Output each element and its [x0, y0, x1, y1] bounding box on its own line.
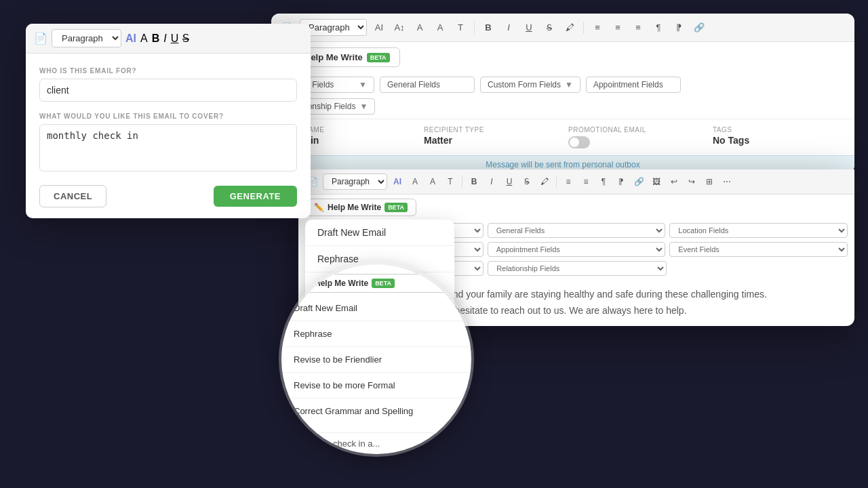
fg-ai-icon[interactable]: AI — [390, 174, 405, 189]
fg-link-icon[interactable]: 🔗 — [631, 174, 646, 189]
hmw-form: WHO IS THIS EMAIL FOR? WHAT WOULD YOU LI… — [26, 54, 311, 218]
fg-undo-icon[interactable]: ↩ — [667, 174, 682, 189]
circle-bottom-text: wanted to check in a... — [281, 432, 471, 454]
fg-redo-icon[interactable]: ↪ — [684, 174, 699, 189]
circle-item-rephrase[interactable]: Rephrase — [281, 321, 471, 347]
fg-underline-icon[interactable]: U — [502, 174, 517, 189]
italic-icon[interactable]: I — [500, 20, 517, 36]
bold-icon[interactable]: B — [480, 20, 496, 36]
ai-text-icon[interactable]: AI — [371, 20, 387, 36]
unordered-list-icon[interactable]: ⁋ — [671, 20, 687, 36]
generate-button[interactable]: GENERATE — [214, 186, 297, 207]
hmw-buttons: CANCEL GENERATE — [39, 185, 297, 207]
bg-highlight-icon[interactable]: 🖍 — [561, 20, 578, 36]
underline-icon[interactable]: U — [521, 20, 537, 36]
help-me-write-dialog: 📄 Paragraph AI A B I U S̶ WHO IS THIS EM… — [26, 24, 311, 218]
bg-info-row: EMAIL NAME Check in RECIPIENT TYPE Matte… — [271, 119, 854, 155]
background-editor: 📄 Paragraph AI A↕ A A T B I U S̶ 🖍 ≡ ≡ ≡… — [271, 14, 854, 174]
dropdown-item-draft[interactable]: Draft New Email — [305, 220, 454, 246]
clear-format-icon[interactable]: T — [452, 20, 469, 36]
hmw-ai-icon[interactable]: AI — [125, 33, 136, 45]
circle-beta-badge: BETA — [372, 279, 395, 288]
bg-fields-row: Matter Fields ▼ General Fields Custom Fo… — [271, 73, 854, 97]
who-label: WHO IS THIS EMAIL FOR? — [39, 67, 297, 75]
fg-font-color-icon[interactable]: A — [408, 174, 422, 189]
cover-textarea[interactable]: monthly check in — [39, 124, 297, 171]
hmw-underline-icon[interactable]: U — [171, 33, 179, 45]
hmw-strike-icon[interactable]: S̶ — [182, 32, 189, 45]
custom-form-fields-dropdown[interactable]: Custom Form Fields ▼ — [480, 77, 580, 93]
fg-bg-highlight-icon[interactable]: 🖍 — [537, 174, 552, 189]
fg-more-icon[interactable]: ⋯ — [719, 174, 734, 189]
circle-magnifier: ✏️ Help Me Write BETA Draft New Email Re… — [281, 264, 471, 454]
promo-toggle[interactable] — [568, 136, 590, 148]
circle-item-friendlier[interactable]: Revise to be Friendlier — [281, 347, 471, 373]
bg-help-me-write-label: Help Me Write — [304, 52, 363, 62]
circle-inner: ✏️ Help Me Write BETA Draft New Email Re… — [281, 264, 471, 454]
align-icon[interactable]: ≡ — [589, 20, 606, 36]
tags-cell: TAGS No Tags — [713, 126, 846, 148]
recipient-value: Matter — [424, 135, 557, 146]
fg-align-icon[interactable]: ≡ — [561, 174, 576, 189]
who-input[interactable] — [39, 79, 297, 102]
highlight-icon[interactable]: A — [432, 20, 448, 36]
fg-appointment-fields[interactable]: Appointment Fields — [488, 242, 666, 257]
hmw-italic-icon[interactable]: I — [163, 33, 166, 45]
link-icon[interactable]: 🔗 — [691, 20, 707, 36]
general-fields-dropdown[interactable]: General Fields — [380, 77, 475, 93]
fg-clear-icon[interactable]: T — [443, 174, 458, 189]
circle-menu: Draft New Email Rephrase Revise to be Fr… — [281, 296, 471, 432]
fg-pen-icon: ✏️ — [314, 203, 324, 212]
promo-cell: PROMOTIONAL EMAIL — [568, 126, 702, 148]
bg-beta-badge: BETA — [367, 53, 390, 62]
bg-fields-row-2: Relationship Fields ▼ — [271, 97, 854, 119]
strike-icon[interactable]: S̶ — [541, 20, 557, 36]
circle-item-formal[interactable]: Revise to be more Formal — [281, 373, 471, 399]
fg-strike-icon[interactable]: S̶ — [519, 174, 534, 189]
hmw-toolbar: 📄 Paragraph AI A B I U S̶ — [26, 24, 311, 54]
matter-chevron-icon: ▼ — [359, 80, 367, 89]
recipient-cell: RECIPIENT TYPE Matter — [424, 126, 557, 148]
tags-label: TAGS — [713, 126, 846, 134]
hmw-paragraph-select[interactable]: Paragraph — [52, 29, 121, 47]
fg-event-fields[interactable]: Event Fields — [669, 242, 848, 257]
fg-help-me-write-button[interactable]: ✏️ Help Me Write BETA — [305, 199, 416, 216]
fg-beta-badge: BETA — [384, 203, 408, 212]
circle-item-grammar[interactable]: Correct Grammar and Spelling — [281, 399, 471, 424]
fg-relationship-fields[interactable]: Relationship Fields — [488, 261, 666, 276]
rel-chevron-icon: ▼ — [359, 102, 368, 111]
promo-label: PROMOTIONAL EMAIL — [568, 126, 702, 134]
fg-location-fields[interactable]: Location Fields — [669, 223, 848, 238]
appointment-fields-dropdown[interactable]: Appointment Fields — [586, 77, 681, 93]
fg-general-fields[interactable]: General Fields — [488, 223, 666, 238]
tags-value: No Tags — [713, 135, 846, 146]
hmw-bold-icon[interactable]: B — [152, 33, 160, 45]
fg-italic-icon[interactable]: I — [484, 174, 499, 189]
fg-image-icon[interactable]: 🖼 — [649, 174, 664, 189]
hmw-font-icon[interactable]: A — [140, 33, 148, 45]
fg-empty-slot — [671, 261, 848, 276]
ordered-list-icon[interactable]: ¶ — [650, 20, 667, 36]
fg-highlight-icon[interactable]: A — [425, 174, 440, 189]
fg-paragraph-select[interactable]: Paragraph — [323, 174, 387, 190]
list-icon[interactable]: ≡ — [610, 20, 626, 36]
font-size-icon[interactable]: A↕ — [391, 20, 408, 36]
custom-chevron-icon: ▼ — [565, 80, 573, 89]
recipient-label: RECIPIENT TYPE — [424, 126, 557, 134]
fg-ul-icon[interactable]: ⁋ — [614, 174, 629, 189]
list2-icon[interactable]: ≡ — [630, 20, 646, 36]
fg-ol-icon[interactable]: ¶ — [596, 174, 611, 189]
fg-bold-icon[interactable]: B — [467, 174, 481, 189]
cancel-button[interactable]: CANCEL — [39, 185, 106, 207]
hmw-doc-icon: 📄 — [34, 32, 47, 45]
fg-help-me-write-label: Help Me Write — [328, 203, 381, 212]
circle-item-draft[interactable]: Draft New Email — [281, 296, 471, 321]
fg-toolbar: 📄 Paragraph AI A A T B I U S̶ 🖍 ≡ ≡ ¶ ⁋ … — [298, 169, 854, 195]
bg-toolbar: 📄 Paragraph AI A↕ A A T B I U S̶ 🖍 ≡ ≡ ≡… — [271, 14, 854, 42]
circle-help-label: Help Me Write — [315, 279, 368, 288]
fg-list-icon[interactable]: ≡ — [578, 174, 593, 189]
cover-label: WHAT WOULD YOU LIKE THIS EMAIL TO COVER? — [39, 113, 297, 120]
fg-table-icon[interactable]: ⊞ — [702, 174, 717, 189]
font-color-icon[interactable]: A — [412, 20, 428, 36]
